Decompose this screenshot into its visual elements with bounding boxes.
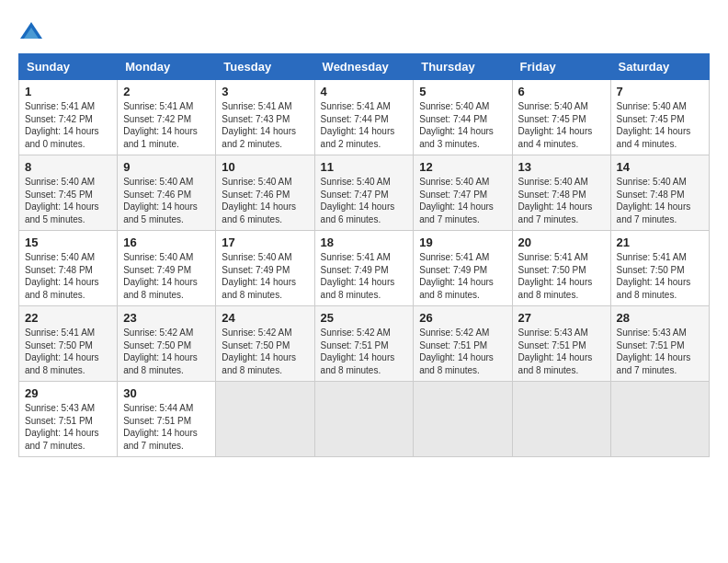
cell-text: Sunrise: 5:40 AMSunset: 7:44 PMDaylight:… — [419, 101, 494, 149]
cell-text: Sunrise: 5:40 AMSunset: 7:46 PMDaylight:… — [123, 177, 198, 224]
calendar-cell — [512, 382, 610, 457]
cell-text: Sunrise: 5:40 AMSunset: 7:46 PMDaylight:… — [222, 177, 296, 224]
day-number: 21 — [617, 236, 703, 249]
day-number: 20 — [518, 236, 605, 249]
cell-text: Sunrise: 5:41 AMSunset: 7:49 PMDaylight:… — [419, 252, 494, 300]
day-number: 13 — [518, 160, 605, 174]
cell-text: Sunrise: 5:41 AMSunset: 7:44 PMDaylight:… — [321, 101, 395, 149]
calendar-cell: 1 Sunrise: 5:41 AMSunset: 7:42 PMDayligh… — [19, 80, 118, 155]
calendar-cell: 9 Sunrise: 5:40 AMSunset: 7:46 PMDayligh… — [118, 155, 216, 231]
cell-text: Sunrise: 5:41 AMSunset: 7:42 PMDaylight:… — [123, 101, 198, 149]
calendar-cell: 12 Sunrise: 5:40 AMSunset: 7:47 PMDaylig… — [414, 155, 512, 231]
cell-text: Sunrise: 5:42 AMSunset: 7:51 PMDaylight:… — [321, 327, 395, 375]
calendar-cell: 27 Sunrise: 5:43 AMSunset: 7:51 PMDaylig… — [512, 306, 610, 382]
header-monday: Monday — [118, 54, 216, 80]
cell-text: Sunrise: 5:42 AMSunset: 7:51 PMDaylight:… — [419, 327, 494, 375]
calendar-cell: 11 Sunrise: 5:40 AMSunset: 7:47 PMDaylig… — [314, 155, 414, 231]
calendar-cell: 13 Sunrise: 5:40 AMSunset: 7:48 PMDaylig… — [512, 155, 610, 231]
day-number: 30 — [123, 386, 210, 400]
day-number: 8 — [25, 160, 111, 174]
calendar-cell: 25 Sunrise: 5:42 AMSunset: 7:51 PMDaylig… — [314, 306, 414, 382]
week-row-4: 22 Sunrise: 5:41 AMSunset: 7:50 PMDaylig… — [19, 306, 710, 382]
week-row-1: 1 Sunrise: 5:41 AMSunset: 7:42 PMDayligh… — [19, 80, 710, 155]
calendar-cell: 6 Sunrise: 5:40 AMSunset: 7:45 PMDayligh… — [512, 80, 610, 155]
day-number: 23 — [123, 311, 210, 325]
day-number: 19 — [419, 236, 506, 249]
cell-text: Sunrise: 5:40 AMSunset: 7:48 PMDaylight:… — [518, 177, 593, 224]
cell-text: Sunrise: 5:42 AMSunset: 7:50 PMDaylight:… — [222, 327, 296, 375]
day-number: 12 — [419, 160, 506, 174]
header-saturday: Saturday — [610, 54, 709, 80]
calendar-cell: 18 Sunrise: 5:41 AMSunset: 7:49 PMDaylig… — [314, 231, 414, 306]
calendar-cell: 23 Sunrise: 5:42 AMSunset: 7:50 PMDaylig… — [118, 306, 216, 382]
day-number: 26 — [419, 311, 506, 325]
header-thursday: Thursday — [414, 54, 512, 80]
cell-text: Sunrise: 5:41 AMSunset: 7:50 PMDaylight:… — [518, 252, 593, 300]
day-number: 16 — [123, 236, 210, 249]
calendar-cell: 4 Sunrise: 5:41 AMSunset: 7:44 PMDayligh… — [314, 80, 414, 155]
cell-text: Sunrise: 5:43 AMSunset: 7:51 PMDaylight:… — [518, 327, 593, 375]
cell-text: Sunrise: 5:40 AMSunset: 7:49 PMDaylight:… — [123, 252, 198, 300]
calendar-cell: 28 Sunrise: 5:43 AMSunset: 7:51 PMDaylig… — [610, 306, 709, 382]
cell-text: Sunrise: 5:43 AMSunset: 7:51 PMDaylight:… — [25, 403, 99, 451]
header-wednesday: Wednesday — [314, 54, 414, 80]
cell-text: Sunrise: 5:40 AMSunset: 7:45 PMDaylight:… — [518, 101, 593, 149]
calendar-cell: 2 Sunrise: 5:41 AMSunset: 7:42 PMDayligh… — [118, 80, 216, 155]
day-number: 6 — [518, 85, 605, 98]
cell-text: Sunrise: 5:40 AMSunset: 7:45 PMDaylight:… — [617, 101, 691, 149]
cell-text: Sunrise: 5:40 AMSunset: 7:47 PMDaylight:… — [419, 177, 494, 224]
calendar-cell: 5 Sunrise: 5:40 AMSunset: 7:44 PMDayligh… — [414, 80, 512, 155]
cell-text: Sunrise: 5:42 AMSunset: 7:50 PMDaylight:… — [123, 327, 198, 375]
day-number: 24 — [222, 311, 308, 325]
calendar-cell — [414, 382, 512, 457]
calendar-cell: 14 Sunrise: 5:40 AMSunset: 7:48 PMDaylig… — [610, 155, 709, 231]
calendar-cell: 26 Sunrise: 5:42 AMSunset: 7:51 PMDaylig… — [414, 306, 512, 382]
day-number: 10 — [222, 160, 308, 174]
calendar-cell: 21 Sunrise: 5:41 AMSunset: 7:50 PMDaylig… — [610, 231, 709, 306]
day-number: 25 — [321, 311, 408, 325]
cell-text: Sunrise: 5:41 AMSunset: 7:42 PMDaylight:… — [25, 101, 99, 149]
calendar-cell: 17 Sunrise: 5:40 AMSunset: 7:49 PMDaylig… — [216, 231, 314, 306]
week-row-3: 15 Sunrise: 5:40 AMSunset: 7:48 PMDaylig… — [19, 231, 710, 306]
calendar-table: SundayMondayTuesdayWednesdayThursdayFrid… — [18, 53, 710, 457]
calendar-cell: 15 Sunrise: 5:40 AMSunset: 7:48 PMDaylig… — [19, 231, 118, 306]
day-number: 2 — [123, 85, 210, 98]
header-friday: Friday — [512, 54, 610, 80]
cell-text: Sunrise: 5:41 AMSunset: 7:49 PMDaylight:… — [321, 252, 395, 300]
calendar-cell: 19 Sunrise: 5:41 AMSunset: 7:49 PMDaylig… — [414, 231, 512, 306]
logo-icon — [18, 18, 44, 44]
calendar-cell: 20 Sunrise: 5:41 AMSunset: 7:50 PMDaylig… — [512, 231, 610, 306]
week-row-2: 8 Sunrise: 5:40 AMSunset: 7:45 PMDayligh… — [19, 155, 710, 231]
week-row-5: 29 Sunrise: 5:43 AMSunset: 7:51 PMDaylig… — [19, 382, 710, 457]
page-header — [18, 18, 710, 44]
day-number: 11 — [321, 160, 408, 174]
calendar-cell: 24 Sunrise: 5:42 AMSunset: 7:50 PMDaylig… — [216, 306, 314, 382]
calendar-cell: 8 Sunrise: 5:40 AMSunset: 7:45 PMDayligh… — [19, 155, 118, 231]
calendar-cell: 16 Sunrise: 5:40 AMSunset: 7:49 PMDaylig… — [118, 231, 216, 306]
cell-text: Sunrise: 5:41 AMSunset: 7:50 PMDaylight:… — [25, 327, 99, 375]
calendar-cell: 30 Sunrise: 5:44 AMSunset: 7:51 PMDaylig… — [118, 382, 216, 457]
cell-text: Sunrise: 5:41 AMSunset: 7:43 PMDaylight:… — [222, 101, 296, 149]
calendar-cell: 29 Sunrise: 5:43 AMSunset: 7:51 PMDaylig… — [19, 382, 118, 457]
cell-text: Sunrise: 5:43 AMSunset: 7:51 PMDaylight:… — [617, 327, 691, 375]
day-number: 7 — [617, 85, 703, 98]
logo — [18, 18, 48, 44]
day-number: 3 — [222, 85, 308, 98]
cell-text: Sunrise: 5:40 AMSunset: 7:48 PMDaylight:… — [25, 252, 99, 300]
cell-text: Sunrise: 5:41 AMSunset: 7:50 PMDaylight:… — [617, 252, 691, 300]
header-row: SundayMondayTuesdayWednesdayThursdayFrid… — [19, 54, 710, 80]
cell-text: Sunrise: 5:40 AMSunset: 7:45 PMDaylight:… — [25, 177, 99, 224]
calendar-cell: 7 Sunrise: 5:40 AMSunset: 7:45 PMDayligh… — [610, 80, 709, 155]
day-number: 17 — [222, 236, 308, 249]
day-number: 4 — [321, 85, 408, 98]
day-number: 28 — [617, 311, 703, 325]
day-number: 27 — [518, 311, 605, 325]
header-tuesday: Tuesday — [216, 54, 314, 80]
day-number: 22 — [25, 311, 111, 325]
calendar-cell — [216, 382, 314, 457]
calendar-cell: 3 Sunrise: 5:41 AMSunset: 7:43 PMDayligh… — [216, 80, 314, 155]
day-number: 29 — [25, 386, 111, 400]
day-number: 9 — [123, 160, 210, 174]
calendar-cell: 10 Sunrise: 5:40 AMSunset: 7:46 PMDaylig… — [216, 155, 314, 231]
day-number: 18 — [321, 236, 408, 249]
